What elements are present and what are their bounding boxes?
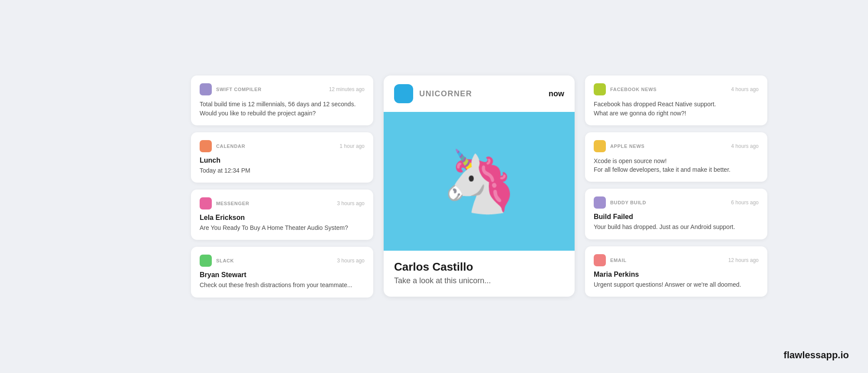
- facebook-line2: What are we gonna do right now?!: [594, 110, 686, 117]
- center-title: Carlos Castillo: [394, 260, 564, 274]
- timestamp-facebook: 4 hours ago: [731, 86, 759, 92]
- card-header-left: SWIFT COMPILER: [200, 83, 262, 95]
- card-header-left-messenger: MESSENGER: [200, 197, 249, 209]
- card-header: SWIFT COMPILER 12 minutes ago: [200, 83, 365, 95]
- app-name-facebook: FACEBOOK NEWS: [610, 87, 657, 92]
- app-name-calendar: CALENDAR: [216, 144, 245, 149]
- card-body-line1-swift: Total build time is 12 millennials, 56 d…: [200, 101, 356, 108]
- app-name-buddy: BUDDY BUILD: [610, 200, 646, 205]
- card-swift-compiler[interactable]: SWIFT COMPILER 12 minutes ago Total buil…: [191, 75, 373, 125]
- card-header-email: EMAIL 12 hours ago: [594, 254, 759, 266]
- card-title-buddy: Build Failed: [594, 213, 759, 221]
- card-header-left-calendar: CALENDAR: [200, 140, 245, 152]
- card-body-line2-swift: Would you like to rebuild the project ag…: [200, 110, 316, 117]
- app-name-messenger: MESSENGER: [216, 201, 249, 206]
- card-header-calendar: CALENDAR 1 hour ago: [200, 140, 365, 152]
- app-name-swift: SWIFT COMPILER: [216, 87, 262, 92]
- card-title-email: Maria Perkins: [594, 271, 759, 278]
- branding-label: flawlessapp.io: [784, 350, 849, 361]
- timestamp-email: 12 hours ago: [728, 257, 759, 263]
- card-body-facebook: Facebook has dropped React Native suppor…: [594, 100, 759, 118]
- card-title-calendar: Lunch: [200, 157, 365, 164]
- card-body-slack: Check out these fresh distractions from …: [200, 281, 365, 289]
- center-card-header: UNICORNER now: [384, 75, 575, 112]
- center-subtitle: Take a look at this unicorn...: [394, 276, 564, 285]
- buddy-build-icon: [594, 196, 606, 209]
- card-body-email: Urgent support questions! Answer or we'r…: [594, 280, 759, 289]
- apple-line1: Xcode is open source now!: [594, 157, 667, 164]
- calendar-icon: [200, 140, 212, 152]
- card-header-left-slack: SLACK: [200, 255, 234, 267]
- timestamp-apple: 4 hours ago: [731, 143, 759, 149]
- card-slack[interactable]: SLACK 3 hours ago Bryan Stewart Check ou…: [191, 247, 373, 297]
- apple-line2: For all fellow developers, take it and m…: [594, 166, 730, 173]
- card-header-apple: APPLE NEWS 4 hours ago: [594, 140, 759, 152]
- slack-icon: [200, 255, 212, 267]
- main-container: SWIFT COMPILER 12 minutes ago Total buil…: [174, 58, 694, 314]
- unicorn-image: 🦄: [384, 112, 575, 251]
- timestamp-messenger: 3 hours ago: [337, 200, 365, 206]
- card-body-messenger: Are You Ready To Buy A Home Theater Audi…: [200, 223, 365, 232]
- center-column: UNICORNER now 🦄 Carlos Castillo Take a l…: [384, 75, 575, 297]
- card-buddy-build[interactable]: BUDDY BUILD 6 hours ago Build Failed You…: [585, 189, 767, 239]
- timestamp-calendar: 1 hour ago: [340, 143, 365, 149]
- card-calendar[interactable]: CALENDAR 1 hour ago Lunch Today at 12:34…: [191, 132, 373, 183]
- swift-compiler-icon: [200, 83, 212, 95]
- card-email[interactable]: EMAIL 12 hours ago Maria Perkins Urgent …: [585, 246, 767, 297]
- center-card[interactable]: UNICORNER now 🦄 Carlos Castillo Take a l…: [384, 75, 575, 297]
- email-icon: [594, 254, 606, 266]
- unicorner-timestamp: now: [549, 89, 564, 98]
- card-body-buddy: Your build has dropped. Just as our Andr…: [594, 222, 759, 231]
- facebook-news-icon: [594, 83, 606, 95]
- card-header-facebook: FACEBOOK NEWS 4 hours ago: [594, 83, 759, 95]
- timestamp-slack: 3 hours ago: [337, 258, 365, 264]
- card-header-left-facebook: FACEBOOK NEWS: [594, 83, 657, 95]
- unicorn-emoji: 🦄: [441, 146, 517, 217]
- timestamp-buddy: 6 hours ago: [731, 200, 759, 206]
- app-name-email: EMAIL: [610, 258, 627, 263]
- card-title-messenger: Lela Erickson: [200, 214, 365, 222]
- card-header-buddy: BUDDY BUILD 6 hours ago: [594, 196, 759, 209]
- card-header-left-buddy: BUDDY BUILD: [594, 196, 646, 209]
- card-header-slack: SLACK 3 hours ago: [200, 255, 365, 267]
- apple-news-icon: [594, 140, 606, 152]
- card-apple-news[interactable]: APPLE NEWS 4 hours ago Xcode is open sou…: [585, 132, 767, 182]
- right-column: FACEBOOK NEWS 4 hours ago Facebook has d…: [585, 75, 767, 297]
- unicorner-app-name: UNICORNER: [419, 89, 472, 98]
- app-name-slack: SLACK: [216, 258, 234, 263]
- card-body-apple: Xcode is open source now! For all fellow…: [594, 157, 759, 174]
- card-body-swift: Total build time is 12 millennials, 56 d…: [200, 100, 365, 118]
- card-messenger[interactable]: MESSENGER 3 hours ago Lela Erickson Are …: [191, 190, 373, 240]
- card-title-slack: Bryan Stewart: [200, 271, 365, 279]
- center-header-left: UNICORNER: [394, 84, 472, 103]
- card-facebook-news[interactable]: FACEBOOK NEWS 4 hours ago Facebook has d…: [585, 75, 767, 125]
- facebook-line1: Facebook has dropped React Native suppor…: [594, 101, 716, 108]
- card-header-left-apple: APPLE NEWS: [594, 140, 644, 152]
- app-name-apple: APPLE NEWS: [610, 144, 644, 149]
- card-header-left-email: EMAIL: [594, 254, 627, 266]
- messenger-icon: [200, 197, 212, 209]
- card-body-calendar: Today at 12:34 PM: [200, 166, 365, 175]
- unicorner-icon: [394, 84, 413, 103]
- left-column: SWIFT COMPILER 12 minutes ago Total buil…: [191, 75, 373, 297]
- center-content: Carlos Castillo Take a look at this unic…: [384, 251, 575, 297]
- timestamp-swift: 12 minutes ago: [329, 86, 365, 92]
- card-header-messenger: MESSENGER 3 hours ago: [200, 197, 365, 209]
